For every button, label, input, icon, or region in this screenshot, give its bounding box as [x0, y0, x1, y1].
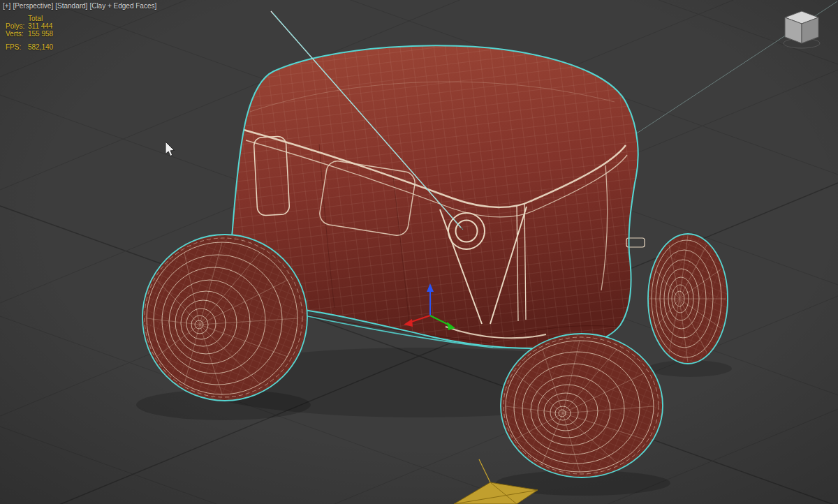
viewport-menu-pov[interactable]: [Perspective]: [13, 2, 53, 10]
stats-total: Total: [6, 15, 53, 22]
stats-verts: Verts: 155 958: [6, 30, 53, 38]
stats-fps: FPS: 582,140: [6, 43, 53, 51]
viewport[interactable]: [+] [Perspective] [Standard] [Clay + Edg…: [0, 0, 838, 504]
viewport-menu-shading[interactable]: [Clay + Edged Faces]: [89, 2, 156, 10]
wheel-rear-right: [648, 234, 728, 364]
viewport-menu-renderer[interactable]: [Standard]: [55, 2, 87, 10]
viewport-label-menu: [+] [Perspective] [Standard] [Clay + Edg…: [3, 2, 156, 10]
viewport-menu-general[interactable]: [+]: [3, 2, 10, 10]
scene-canvas[interactable]: [0, 0, 838, 504]
statistics-overlay: Total Polys: 311 444 Verts: 155 958 FPS:…: [6, 15, 53, 51]
wheel-front-right: [501, 334, 663, 477]
viewcube-icon[interactable]: [774, 6, 830, 54]
wheel-front-left: [142, 235, 307, 401]
stats-polys: Polys: 311 444: [6, 22, 53, 30]
